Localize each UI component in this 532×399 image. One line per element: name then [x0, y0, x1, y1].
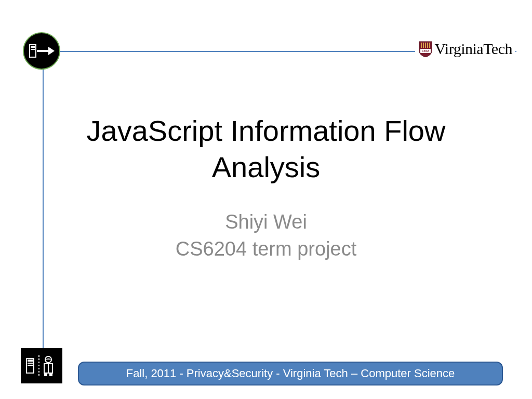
- svg-rect-18: [427, 43, 428, 48]
- svg-rect-16: [423, 43, 424, 48]
- vt-logo-text: VirginiaTech: [435, 41, 513, 57]
- file-arrow-right-icon: [23, 32, 60, 70]
- slide-title: JavaScript Information Flow Analysis: [0, 113, 532, 185]
- slide-author: Shiyi Wei: [0, 211, 532, 233]
- svg-marker-4: [48, 47, 55, 55]
- svg-rect-1: [31, 46, 35, 48]
- slide-course: CS6204 term project: [0, 238, 532, 260]
- vertical-divider: [43, 51, 44, 363]
- virginia-tech-logo: 1872 VirginiaTech: [415, 38, 516, 58]
- svg-rect-19: [429, 43, 430, 48]
- svg-rect-7: [28, 363, 33, 364]
- svg-rect-2: [31, 49, 35, 50]
- footer-bar: Fall, 2011 - Privacy&Security - Virginia…: [78, 362, 503, 385]
- svg-rect-14: [49, 373, 52, 376]
- footer-text: Fall, 2011 - Privacy&Security - Virginia…: [126, 367, 455, 380]
- svg-rect-15: [421, 43, 422, 48]
- svg-rect-6: [28, 360, 33, 362]
- svg-rect-8: [28, 365, 33, 366]
- vt-shield-icon: 1872: [418, 41, 433, 57]
- svg-rect-13: [44, 373, 47, 376]
- file-user-security-icon: [21, 348, 62, 383]
- svg-rect-17: [425, 43, 426, 48]
- svg-text:1872: 1872: [422, 49, 429, 52]
